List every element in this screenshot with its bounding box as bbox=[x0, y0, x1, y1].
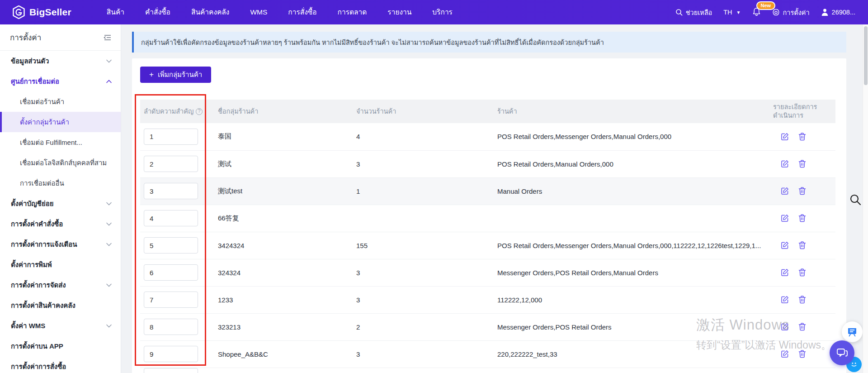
sidebar-item[interactable]: ตั้งค่ากลุ่มร้านค้า bbox=[0, 112, 121, 132]
edit-icon[interactable] bbox=[781, 214, 789, 222]
language-selector[interactable]: TH ▼ bbox=[723, 9, 741, 16]
nav-item[interactable]: คำสั่งซื้อ bbox=[145, 0, 170, 24]
nav-item[interactable]: บริการ bbox=[432, 0, 453, 24]
chevron-down-icon bbox=[106, 283, 112, 287]
collapse-sidebar-icon[interactable] bbox=[104, 34, 112, 41]
help-menu[interactable]: ช่วยเหลือ bbox=[675, 7, 712, 18]
info-banner-text: กลุ่มร้านค้าใช้เพื่อคัดกรองข้อมูลของร้าน… bbox=[141, 37, 604, 48]
sidebar-item[interactable]: การตั้งค่าการแจ้งเตือน bbox=[0, 234, 121, 254]
chevron-down-icon bbox=[106, 59, 112, 63]
priority-input[interactable] bbox=[144, 368, 198, 373]
sidebar-item[interactable]: การตั้งค่าสินค้าคงคลัง bbox=[0, 295, 121, 316]
edit-icon[interactable] bbox=[781, 268, 789, 277]
settings-menu[interactable]: การตั้งค่า bbox=[772, 7, 810, 18]
delete-icon[interactable] bbox=[798, 133, 806, 141]
sidebar-item[interactable]: ข้อมูลส่วนตัว bbox=[0, 51, 121, 71]
actions-cell bbox=[769, 286, 835, 313]
nav-item[interactable]: รายงาน bbox=[387, 0, 411, 24]
sidebar-item-label: การตั้งค่าสินค้าคงคลัง bbox=[11, 300, 75, 311]
column-header: ลำดับความสำคัญ? bbox=[140, 100, 214, 123]
sidebar-item[interactable]: การตั้งค่าการสั่งซื้อ bbox=[0, 356, 121, 373]
edit-icon[interactable] bbox=[781, 241, 789, 249]
chat-bubbles-icon bbox=[836, 348, 848, 359]
sidebar-item[interactable]: ศูนย์การเชื่อมต่อ bbox=[0, 71, 121, 91]
floating-search-icon[interactable] bbox=[849, 193, 862, 208]
edit-icon[interactable] bbox=[781, 350, 789, 358]
sidebar-item-label: ตั้งค่ากลุ่มร้านค้า bbox=[20, 117, 69, 128]
page: BigSeller สินค้าคำสั่งซื้อสินค้าคงคลังWM… bbox=[0, 0, 868, 373]
edit-icon[interactable] bbox=[781, 187, 789, 195]
sidebar-item[interactable]: การตั้งค่าคำสั่งซื้อ bbox=[0, 214, 121, 234]
main-content: กลุ่มร้านค้าใช้เพื่อคัดกรองข้อมูลของร้าน… bbox=[121, 24, 868, 373]
nav-item[interactable]: WMS bbox=[250, 0, 267, 24]
add-store-group-button[interactable]: + เพิ่มกลุ่มร้านค้า bbox=[140, 67, 211, 83]
store-count-cell: 3 bbox=[353, 340, 494, 368]
delete-icon[interactable] bbox=[798, 268, 806, 277]
actions-cell bbox=[769, 150, 835, 177]
delete-icon[interactable] bbox=[798, 214, 806, 222]
delete-icon[interactable] bbox=[798, 350, 806, 358]
sidebar-item[interactable]: เชื่อมต่อร้านค้า bbox=[0, 91, 121, 112]
sidebar-item[interactable]: ตั้งค่าการพิมพ์ bbox=[0, 254, 121, 275]
page-scrollbar[interactable] bbox=[863, 24, 868, 373]
delete-icon[interactable] bbox=[798, 296, 806, 304]
store-count-cell: 1 bbox=[353, 177, 494, 205]
nav-item[interactable]: สินค้า bbox=[107, 0, 124, 24]
chevron-down-icon bbox=[106, 324, 112, 328]
sidebar-item[interactable]: การตั้งค่าบน APP bbox=[0, 336, 121, 356]
column-header: จำนวนร้านค้า bbox=[353, 100, 494, 123]
sidebar-item[interactable]: เชื่อมต่อโลจิสติกส์บุคคลที่สาม bbox=[0, 153, 121, 173]
sidebar-item-label: การตั้งค่าบน APP bbox=[11, 341, 63, 352]
table-row: 测试3POS Retail Orders,Manual Orders,000 bbox=[140, 150, 835, 177]
delete-icon[interactable] bbox=[798, 187, 806, 195]
table-row: 泰国4POS Retail Orders,Messenger Orders,Ma… bbox=[140, 123, 835, 150]
edit-icon[interactable] bbox=[781, 133, 789, 141]
priority-input[interactable] bbox=[144, 156, 198, 172]
priority-input[interactable] bbox=[144, 319, 198, 335]
sidebar-item[interactable]: ตั้งค่า WMS bbox=[0, 316, 121, 336]
priority-input[interactable] bbox=[144, 129, 198, 145]
priority-input[interactable] bbox=[144, 292, 198, 308]
edit-icon[interactable] bbox=[781, 160, 789, 168]
stores-cell: Messenger Orders,POS Retail Orders bbox=[494, 313, 769, 340]
table-row: 66答复 bbox=[140, 205, 835, 232]
add-store-group-label: เพิ่มกลุ่มร้านค้า bbox=[158, 69, 202, 80]
group-name-cell: 测试 bbox=[214, 150, 353, 177]
priority-input[interactable] bbox=[144, 237, 198, 253]
store-count-cell: 3 bbox=[353, 259, 494, 286]
sidebar-item[interactable]: การเชื่อมต่ออื่น bbox=[0, 173, 121, 193]
priority-input[interactable] bbox=[144, 264, 198, 281]
edit-icon[interactable] bbox=[781, 296, 789, 304]
delete-icon[interactable] bbox=[798, 160, 806, 168]
table-row: 3424324155POS Retail Orders,Messenger Or… bbox=[140, 232, 835, 259]
delete-icon[interactable] bbox=[798, 323, 806, 331]
nav-item[interactable]: การสั่งซื้อ bbox=[288, 0, 316, 24]
delete-icon[interactable] bbox=[798, 241, 806, 249]
sidebar-item-label: ศูนย์การเชื่อมต่อ bbox=[11, 76, 59, 87]
brand[interactable]: BigSeller bbox=[13, 5, 71, 19]
chat-fab[interactable] bbox=[830, 340, 854, 365]
priority-input[interactable] bbox=[144, 210, 198, 226]
scrollbar-thumb[interactable] bbox=[864, 26, 868, 85]
sidebar-item-label: ตั้งค่าการพิมพ์ bbox=[11, 259, 52, 270]
edit-icon[interactable] bbox=[781, 323, 789, 331]
sidebar-item[interactable]: การตั้งค่าการจัดส่ง bbox=[0, 275, 121, 295]
table-row: Shopee_A&B&C3220,222222_test,33 bbox=[140, 340, 835, 368]
store-count-cell bbox=[353, 205, 494, 232]
sidebar-item[interactable]: ตั้งค่าบัญชีย่อย bbox=[0, 193, 121, 214]
priority-input[interactable] bbox=[144, 183, 198, 199]
notifications-button[interactable]: New bbox=[752, 7, 761, 18]
help-question-icon[interactable]: ? bbox=[196, 108, 203, 115]
sidebar-menu: ข้อมูลส่วนตัวศูนย์การเชื่อมต่อเชื่อมต่อร… bbox=[0, 51, 121, 373]
announcement-fab[interactable] bbox=[842, 321, 863, 342]
store-count-cell bbox=[353, 368, 494, 373]
priority-input[interactable] bbox=[144, 346, 198, 362]
user-menu[interactable]: 26908... bbox=[821, 8, 855, 16]
chevron-down-icon: ▼ bbox=[736, 10, 741, 15]
nav-item[interactable]: สินค้าคงคลัง bbox=[191, 0, 230, 24]
sidebar-item[interactable]: เชื่อมต่อ Fulfillment... bbox=[0, 132, 121, 153]
nav-item[interactable]: การตลาด bbox=[338, 0, 367, 24]
stores-cell: POS Retail Orders,Manual Orders,000 bbox=[494, 150, 769, 177]
store-count-cell: 4 bbox=[353, 123, 494, 150]
group-name-cell: Shopee_A&B&C bbox=[214, 340, 353, 368]
